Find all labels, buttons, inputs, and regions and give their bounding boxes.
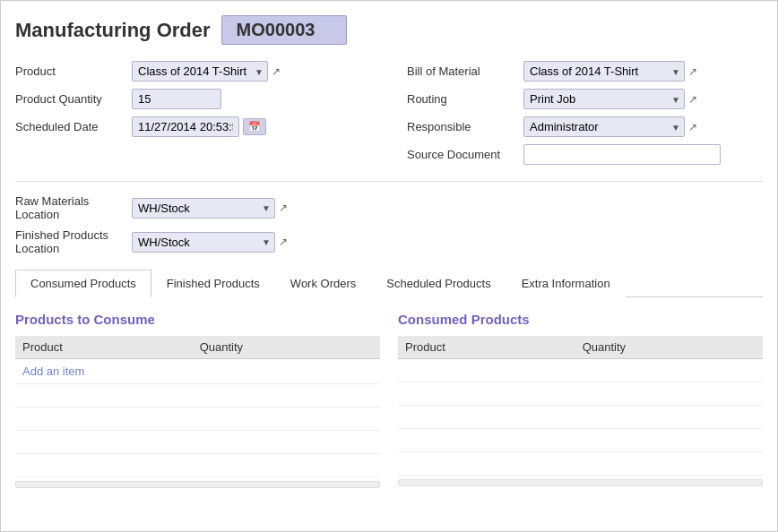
table-row [15, 431, 380, 454]
tab-scheduled-products[interactable]: Scheduled Products [371, 270, 506, 297]
raw-materials-location-select[interactable]: WH/Stock [132, 198, 275, 219]
ptc-empty-3b [193, 431, 380, 454]
add-item-link[interactable]: Add an item [22, 365, 84, 378]
consumed-products-table: Product Quantity [398, 336, 763, 476]
tab-consumed-products[interactable]: Consumed Products [15, 270, 151, 297]
bill-of-material-select[interactable]: Class of 2014 T-Shirt [523, 61, 685, 82]
responsible-control: Administrator ▼ [523, 116, 697, 137]
consumed-products-title: Consumed Products [398, 312, 763, 327]
table-row [15, 384, 380, 408]
finished-products-location-label: Finished Products Location [15, 228, 132, 255]
cp-empty-4b [575, 429, 763, 452]
routing-row: Routing Print Job ▼ [407, 89, 763, 109]
responsible-select[interactable]: Administrator [523, 116, 685, 137]
finished-products-location-external-link[interactable] [279, 236, 288, 248]
raw-materials-location-row: Raw Materials Location WH/Stock ▼ [15, 194, 763, 221]
page-wrapper: Manufacturing Order MO00003 Product Clas… [0, 0, 778, 532]
raw-materials-control: WH/Stock ▼ [132, 198, 288, 219]
routing-label: Routing [407, 92, 523, 106]
table-row [398, 452, 763, 476]
divider-1 [15, 181, 763, 182]
cp-empty-3b [575, 406, 763, 429]
product-row: Product Class of 2014 T-Shirt ▼ [15, 61, 371, 82]
product-quantity-input[interactable] [132, 89, 221, 109]
scheduled-date-input[interactable] [132, 116, 239, 137]
scheduled-date-row: Scheduled Date 📅 [15, 116, 371, 137]
routing-select-wrapper: Print Job ▼ [523, 89, 685, 109]
responsible-external-link[interactable] [688, 121, 697, 133]
cp-empty-3 [398, 406, 575, 429]
cp-empty-1b [575, 359, 763, 382]
table-row [398, 359, 763, 382]
bill-of-material-control: Class of 2014 T-Shirt ▼ [523, 61, 697, 82]
ptc-empty-4 [15, 454, 193, 477]
main-form: Product Class of 2014 T-Shirt ▼ Product … [15, 61, 763, 172]
cp-col-quantity: Quantity [575, 336, 763, 359]
consumed-products-section: Consumed Products Product Quantity [398, 312, 763, 488]
tab-content: Products to Consume Product Quantity Add… [15, 312, 763, 488]
tabs-container: Consumed Products Finished Products Work… [15, 270, 763, 297]
ptc-empty-1 [15, 384, 193, 408]
table-row [15, 408, 380, 431]
raw-materials-select-wrapper: WH/Stock ▼ [132, 198, 275, 219]
products-to-consume-title: Products to Consume [15, 312, 380, 327]
tab-extra-information[interactable]: Extra Information [506, 270, 626, 297]
ptc-col-product: Product [15, 336, 193, 359]
ptc-empty-2 [15, 408, 193, 431]
cp-col-product: Product [398, 336, 575, 359]
products-to-consume-scrollbar[interactable] [15, 481, 380, 488]
product-external-link[interactable] [272, 65, 281, 78]
source-document-label: Source Document [407, 148, 523, 161]
bom-external-link[interactable] [688, 65, 697, 78]
routing-external-link[interactable] [688, 93, 697, 106]
ptc-empty-4b [193, 454, 380, 477]
cp-empty-2b [575, 382, 763, 406]
source-document-input[interactable] [523, 144, 721, 165]
bill-of-material-label: Bill of Material [407, 64, 523, 78]
source-document-row: Source Document [407, 144, 763, 165]
cp-empty-4 [398, 429, 575, 452]
consumed-products-header-row: Product Quantity [398, 336, 763, 359]
responsible-label: Responsible [407, 120, 523, 133]
form-right: Bill of Material Class of 2014 T-Shirt ▼… [389, 61, 763, 172]
tab-finished-products[interactable]: Finished Products [151, 270, 275, 297]
responsible-row: Responsible Administrator ▼ [407, 116, 763, 137]
table-row [398, 406, 763, 429]
raw-materials-location-label: Raw Materials Location [15, 194, 132, 221]
page-title: Manufacturing Order [15, 19, 211, 42]
bill-of-material-row: Bill of Material Class of 2014 T-Shirt ▼ [407, 61, 763, 82]
product-quantity-control [132, 89, 221, 109]
product-select-wrapper: Class of 2014 T-Shirt ▼ [132, 61, 268, 82]
finished-products-location-control: WH/Stock ▼ [132, 232, 288, 253]
cp-empty-5b [575, 452, 763, 476]
source-document-control [523, 144, 721, 165]
add-item-cell: Add an item [15, 359, 380, 384]
scheduled-date-control: 📅 [132, 116, 266, 137]
table-row [15, 454, 380, 477]
product-label: Product [15, 64, 132, 78]
finished-products-location-select[interactable]: WH/Stock [132, 232, 275, 253]
products-to-consume-header-row: Product Quantity [15, 336, 380, 359]
consumed-products-scrollbar[interactable] [398, 479, 763, 486]
product-quantity-row: Product Quantity [15, 89, 371, 109]
ptc-empty-2b [193, 408, 380, 431]
ptc-empty-3 [15, 431, 193, 454]
cp-empty-2 [398, 382, 575, 406]
product-quantity-label: Product Quantity [15, 92, 132, 106]
scheduled-date-label: Scheduled Date [15, 120, 132, 133]
order-id-badge: MO00003 [221, 15, 347, 45]
routing-control: Print Job ▼ [523, 89, 697, 109]
raw-materials-external-link[interactable] [279, 202, 288, 214]
routing-select[interactable]: Print Job [523, 89, 685, 109]
add-item-row: Add an item [15, 359, 380, 384]
location-section: Raw Materials Location WH/Stock ▼ Finish… [15, 194, 763, 255]
calendar-button[interactable]: 📅 [243, 118, 266, 135]
finished-products-location-row: Finished Products Location WH/Stock ▼ [15, 228, 763, 255]
bom-select-wrapper: Class of 2014 T-Shirt ▼ [523, 61, 685, 82]
table-row [398, 429, 763, 452]
product-select[interactable]: Class of 2014 T-Shirt [132, 61, 268, 82]
tab-work-orders[interactable]: Work Orders [275, 270, 371, 297]
page-header: Manufacturing Order MO00003 [15, 15, 763, 45]
finished-products-select-wrapper: WH/Stock ▼ [132, 232, 275, 253]
cp-empty-1 [398, 359, 575, 382]
